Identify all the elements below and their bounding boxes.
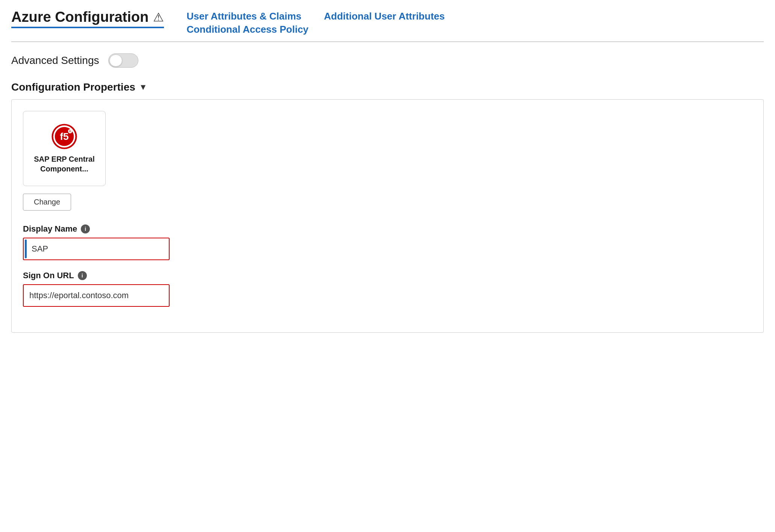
advanced-settings-toggle[interactable] (108, 53, 138, 68)
nav-row-2: Conditional Access Policy (187, 24, 445, 35)
display-name-info-icon[interactable]: i (81, 224, 90, 233)
config-properties-title: Configuration Properties (11, 81, 135, 93)
nav-row-1: User Attributes & Claims Additional User… (187, 11, 445, 22)
nav-user-attributes[interactable]: User Attributes & Claims (187, 11, 301, 22)
app-card-name: SAP ERP Central Component... (29, 154, 99, 174)
app-card: f5 ® SAP ERP Central Component... (23, 111, 106, 186)
change-button[interactable]: Change (23, 194, 71, 211)
nav-conditional-access[interactable]: Conditional Access Policy (187, 24, 308, 35)
svg-text:f5: f5 (60, 131, 69, 142)
content-area: Advanced Settings Configuration Properti… (0, 42, 775, 344)
display-name-input-container (23, 238, 752, 260)
display-name-highlight-border (23, 238, 170, 260)
sign-on-url-info-icon[interactable]: i (78, 271, 87, 280)
config-properties-header: Configuration Properties ▼ (11, 81, 764, 93)
sign-on-url-label: Sign On URL (23, 271, 74, 280)
sign-on-url-highlight-border (23, 284, 170, 307)
warning-icon: ⚠ (153, 10, 164, 24)
f5-logo: f5 ® (51, 123, 77, 150)
display-name-section: Display Name i (23, 224, 752, 260)
toggle-knob (109, 55, 122, 67)
sign-on-url-label-row: Sign On URL i (23, 271, 752, 280)
nav-links: User Attributes & Claims Additional User… (187, 9, 445, 35)
display-name-label-row: Display Name i (23, 224, 752, 234)
display-name-input[interactable] (25, 239, 168, 258)
svg-text:®: ® (69, 130, 71, 133)
config-properties-box: f5 ® SAP ERP Central Component... Change… (11, 99, 764, 333)
sign-on-url-input-container (23, 284, 752, 307)
advanced-settings-label: Advanced Settings (11, 55, 99, 67)
sign-on-url-input[interactable] (25, 286, 168, 305)
sign-on-url-section: Sign On URL i (23, 271, 752, 307)
advanced-settings-row: Advanced Settings (11, 53, 764, 68)
nav-additional-user-attributes[interactable]: Additional User Attributes (324, 11, 445, 22)
display-name-label: Display Name (23, 224, 77, 234)
page-title: Azure Configuration (11, 9, 149, 25)
chevron-down-icon[interactable]: ▼ (139, 82, 147, 92)
title-underline (11, 27, 164, 28)
blue-left-bar (25, 239, 27, 258)
header: Azure Configuration ⚠ User Attributes & … (0, 0, 775, 35)
